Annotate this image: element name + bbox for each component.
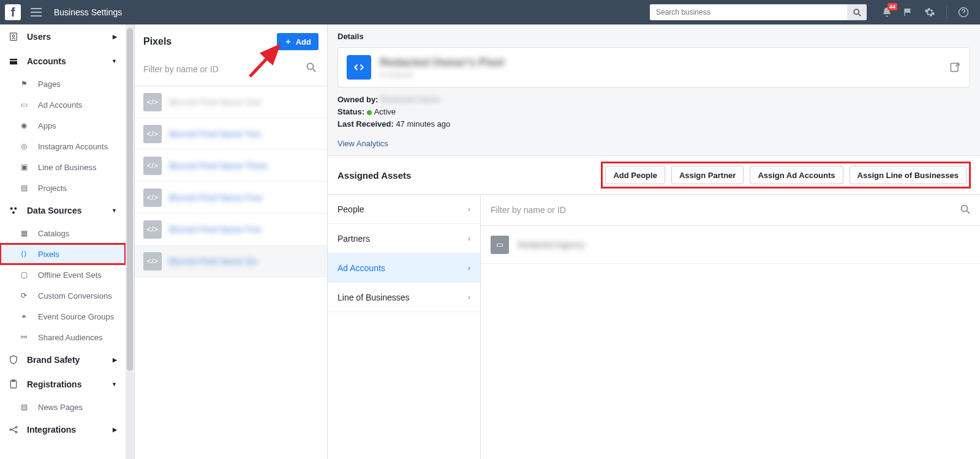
assets-tab-partners[interactable]: Partners› (328, 224, 480, 253)
pixel-icon: </> (143, 188, 162, 207)
pixel-list-item[interactable]: </>Blurred Pixel Name One (135, 86, 327, 118)
flag-icon[interactable] (903, 7, 913, 17)
data-sources-icon (9, 206, 21, 215)
sidebar-section-registrations[interactable]: Registrations ▼ (0, 372, 126, 397)
pixel-list-item[interactable]: </>Blurred Pixel Name Six (135, 245, 327, 277)
assets-filter-input[interactable] (481, 195, 980, 225)
scrollbar-thumb[interactable] (127, 28, 133, 371)
pixel-name: Blurred Pixel Name Four (169, 193, 263, 203)
svg-rect-15 (951, 63, 958, 71)
sidebar-section-accounts[interactable]: Accounts ▼ (0, 49, 126, 73)
chevron-right-icon: ▶ (113, 357, 117, 363)
svg-point-11 (10, 429, 12, 431)
owned-by-value: Redacted Owner (380, 95, 440, 104)
assigned-assets-title: Assigned Assets (337, 170, 411, 181)
pixel-list-item[interactable]: </>Blurred Pixel Name Five (135, 214, 327, 245)
pixel-name: Blurred Pixel Name One (169, 97, 262, 107)
sidebar-item-label: Shared Audiences (38, 333, 103, 342)
assets-tab-people[interactable]: People› (328, 195, 480, 224)
pixel-icon (347, 55, 371, 80)
clipboard-icon (9, 379, 21, 389)
assign-ad-accounts-button[interactable]: Assign Ad Accounts (750, 166, 843, 184)
search-icon (306, 62, 316, 72)
sidebar-item-pixels[interactable]: ⟨⟩Pixels (0, 244, 126, 264)
search-icon (960, 204, 970, 214)
sidebar-item-news-pages[interactable]: ▤News Pages (0, 397, 126, 417)
sidebar-section-brand-safety[interactable]: Brand Safety ▶ (0, 348, 126, 372)
open-external-icon[interactable] (949, 61, 961, 73)
sidebar-section-label: Users (27, 32, 51, 42)
sidebar-item-pages[interactable]: ⚑Pages (0, 73, 126, 94)
asset-list-item[interactable]: ▭ Redacted Agency (481, 226, 980, 264)
assign-partner-button[interactable]: Assign Partner (671, 166, 744, 184)
pixel-list-item[interactable]: </>Blurred Pixel Name Two (135, 118, 327, 150)
sidebar-item-event-source-groups[interactable]: ⚭Event Source Groups (0, 306, 126, 327)
search-button[interactable] (847, 4, 867, 20)
pixel-detail-card: Redacted Owner's Pixel id redacted (337, 47, 970, 88)
svg-rect-4 (10, 59, 17, 61)
pixels-filter-input[interactable] (143, 59, 318, 80)
sidebar-item-label: Instagram Accounts (38, 142, 108, 151)
top-bar: f Business Settings 44 (0, 0, 980, 24)
sidebar-item-label: Projects (38, 184, 67, 193)
assign-lob-button[interactable]: Assign Line of Businesses (850, 166, 967, 184)
sidebar-item-label: Offline Event Sets (38, 271, 102, 280)
chevron-right-icon: › (468, 234, 470, 243)
sidebar-item-label: News Pages (38, 403, 83, 412)
assets-tab-ad-accounts[interactable]: Ad Accounts› (328, 253, 480, 283)
sidebar-item-lob[interactable]: ▣Line of Business (0, 157, 126, 177)
sidebar-item-custom-conversions[interactable]: ⟳Custom Conversions (0, 285, 126, 306)
panel-title: Pixels (143, 36, 172, 47)
sidebar-item-catalogs[interactable]: ▦Catalogs (0, 223, 126, 244)
assets-tabs: People› Partners› Ad Accounts› Line of B… (328, 195, 481, 459)
assigned-assets-header: Assigned Assets Add People Assign Partne… (328, 155, 980, 195)
sidebar-item-apps[interactable]: ◉Apps (0, 115, 126, 136)
projects-icon: ▤ (21, 184, 33, 192)
sidebar-item-instagram[interactable]: ◎Instagram Accounts (0, 136, 126, 157)
hamburger-icon[interactable] (26, 4, 47, 20)
pixel-icon: </> (143, 252, 162, 271)
search-input[interactable] (650, 4, 847, 20)
briefcase-icon: ▣ (21, 163, 33, 171)
svg-point-13 (15, 431, 17, 433)
sidebar-section-label: Accounts (27, 56, 66, 66)
help-icon[interactable] (958, 7, 969, 18)
sidebar-section-label: Registrations (27, 379, 81, 389)
apps-icon: ◉ (21, 121, 33, 130)
group-icon: ⚭ (21, 312, 33, 321)
notifications-icon[interactable]: 44 (881, 7, 892, 18)
add-people-button[interactable]: Add People (605, 166, 665, 184)
assets-tab-lob[interactable]: Line of Businesses› (328, 283, 480, 312)
news-icon: ▤ (21, 403, 33, 411)
sidebar-item-label: Pages (38, 80, 61, 89)
chevron-right-icon: › (468, 204, 470, 214)
sidebar-item-label: Custom Conversions (38, 291, 112, 300)
sidebar-item-label: Event Source Groups (38, 312, 114, 321)
add-button[interactable]: ＋ Add (277, 33, 318, 50)
pixel-name: Blurred Pixel Name Six (169, 256, 257, 266)
pixel-meta: Owned by: Redacted Owner Status: Active … (328, 88, 980, 136)
users-icon (9, 32, 21, 42)
offline-icon: ▢ (21, 271, 33, 279)
pixel-list-item[interactable]: </>Blurred Pixel Name Four (135, 182, 327, 214)
ad-account-icon: ▭ (491, 236, 509, 254)
status-label: Status: (337, 107, 364, 116)
add-button-label: Add (296, 37, 311, 47)
notification-badge: 44 (888, 3, 897, 10)
pixel-list-item[interactable]: </>Blurred Pixel Name Three (135, 150, 327, 182)
gear-icon[interactable] (924, 7, 935, 18)
sidebar-item-ad-accounts[interactable]: ▭Ad Accounts (0, 94, 126, 115)
sidebar-item-projects[interactable]: ▤Projects (0, 177, 126, 198)
sidebar-section-data-sources[interactable]: Data Sources ▼ (0, 198, 126, 223)
sidebar-item-label: Ad Accounts (38, 100, 82, 110)
facebook-logo[interactable]: f (5, 4, 21, 20)
sidebar-section-integrations[interactable]: Integrations ▶ (0, 417, 126, 442)
integrations-icon (9, 425, 21, 435)
view-analytics-link[interactable]: View Analytics (328, 136, 980, 155)
sidebar-section-label: Brand Safety (27, 355, 80, 365)
sidebar-section-users[interactable]: Users ▶ (0, 24, 126, 49)
chevron-right-icon: ▶ (113, 34, 117, 40)
sidebar-item-offline-events[interactable]: ▢Offline Event Sets (0, 264, 126, 285)
sidebar-item-shared-audiences[interactable]: ⚯Shared Audiences (0, 327, 126, 348)
divider (946, 6, 947, 18)
